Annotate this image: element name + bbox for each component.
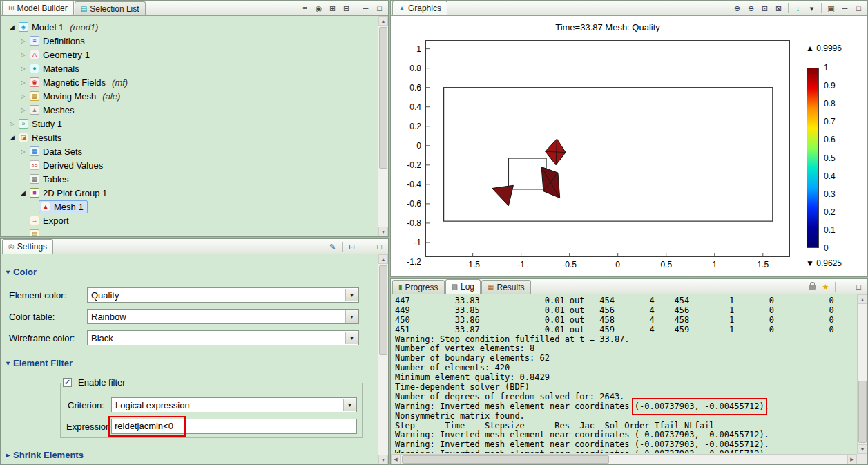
scroll-up-button[interactable]: ▲ (378, 254, 388, 264)
tree-item-moving-mesh[interactable]: ▷▦Moving Mesh(ale) (1, 89, 378, 103)
maximize-icon[interactable]: □ (374, 3, 385, 14)
scroll-left-button[interactable]: ◀ (391, 455, 401, 464)
plot-brush-icon[interactable]: ✎ (327, 241, 338, 252)
expand-all-icon[interactable]: ⊞ (327, 3, 338, 14)
tree-item-geometry-1[interactable]: ▷AGeometry 1 (1, 48, 378, 61)
selected-value: Rainbow (91, 312, 126, 322)
zoom-box-icon[interactable]: ⊡ (759, 3, 771, 14)
graphics-panel: ▲Graphics⊕⊖⊡⊠↓▾▣─□ Time=33.87 Mesh: Qual… (390, 0, 868, 277)
scroll-up-button[interactable]: ▲ (378, 16, 388, 26)
tab-label: Graphics (408, 3, 441, 13)
tab-model-builder[interactable]: ⊞Model Builder (2, 1, 74, 15)
expand-twisty-icon[interactable]: ▷ (19, 52, 28, 58)
scroll-right-button[interactable]: ▶ (847, 455, 857, 464)
wireframe-color-select[interactable]: Black ▼ (87, 330, 359, 345)
tree-item-2d-plot-group-1[interactable]: ◢■2D Plot Group 1 (1, 186, 378, 200)
tab-selection-list[interactable]: ▤Selection List (75, 1, 146, 15)
scroll-down-button[interactable]: ▼ (378, 455, 388, 464)
scroll-down-button[interactable]: ▼ (858, 444, 867, 454)
maximize-icon[interactable]: □ (374, 241, 385, 252)
study-icon: » (19, 119, 28, 129)
tab-settings[interactable]: ◎Settings (2, 239, 53, 254)
tree-item-label: Derived Values (43, 160, 103, 171)
model-tree-scrollbar[interactable]: ▲ ▼ (378, 16, 388, 236)
tree-item-results[interactable]: ◢◪Results (1, 131, 378, 144)
chevron-down-icon[interactable]: ▼ (343, 399, 356, 411)
log-vertical-scrollbar[interactable]: ▲ ▼ (857, 294, 867, 454)
colorbar-tick-label: 0.1 (824, 225, 836, 235)
x-axis-tick-label: -1.5 (459, 260, 487, 269)
minimize-icon[interactable]: ─ (360, 241, 372, 252)
section-header-shrink-elements[interactable]: ▸ Shrink Elements (6, 450, 84, 460)
tree-item-mesh-1[interactable]: ▲Mesh 1 (1, 200, 378, 213)
zoom-out-icon[interactable]: ⊖ (745, 3, 757, 14)
preview-icon[interactable]: ⊡ (346, 241, 358, 252)
plot-svg[interactable] (425, 40, 790, 257)
tree-item-export[interactable]: →Export (1, 213, 378, 227)
go-to-default-view-icon[interactable]: ↓ (792, 3, 804, 14)
tree-item-derived-values[interactable]: 8.5Derived Values (1, 158, 378, 172)
scroll-thumb[interactable] (858, 381, 867, 443)
expand-twisty-icon[interactable]: ▷ (19, 79, 28, 86)
tree-item-materials[interactable]: ▷●Materials (1, 61, 378, 75)
scroll-down-button[interactable]: ▼ (378, 227, 388, 236)
dropdown-arrow-icon[interactable]: ▾ (806, 3, 818, 14)
log-line: 450 33.86 0.01 out 458 4 458 1 0 0 (395, 316, 855, 325)
log-horizontal-scrollbar[interactable]: ◀ ▶ (391, 454, 857, 464)
enable-filter-checkbox[interactable]: ✓ (63, 378, 72, 387)
tree-item-box: AGeometry 1 (28, 48, 94, 61)
zoom-in-icon[interactable]: ⊕ (731, 3, 743, 14)
section-header-element-filter[interactable]: ▾ Element Filter (6, 358, 73, 368)
collapse-twisty-icon[interactable]: ◢ (8, 23, 17, 30)
tree-item-item[interactable]: ▤ (1, 227, 378, 236)
lock-icon[interactable] (806, 281, 818, 292)
log-line: Warning: Stop condition fulfilled at t =… (395, 335, 855, 345)
chevron-down-icon[interactable]: ▼ (345, 332, 358, 344)
expand-twisty-icon[interactable]: ▷ (8, 121, 17, 127)
lamp-icon[interactable]: ★ (820, 281, 831, 292)
expand-twisty-icon[interactable]: ▷ (19, 66, 28, 72)
snapshot-icon[interactable]: ▣ (825, 3, 837, 14)
settings-scrollbar[interactable]: ▲ ▼ (378, 254, 388, 464)
tab-graphics[interactable]: ▲Graphics (392, 1, 447, 15)
expand-twisty-icon[interactable]: ▷ (19, 107, 28, 113)
filter-view-icon[interactable]: ≡ (299, 3, 311, 14)
scroll-thumb[interactable] (379, 265, 387, 355)
tree-item-magnetic-fields[interactable]: ▷◉Magnetic Fields(mf) (1, 75, 378, 89)
tree-item-model-1[interactable]: ◢◈Model 1(mod1) (1, 20, 378, 34)
tree-item-tables[interactable]: ▦Tables (1, 172, 378, 186)
criterion-select[interactable]: Logical expression ▼ (111, 397, 357, 412)
collapse-twisty-icon[interactable]: ◢ (19, 189, 28, 196)
scroll-thumb[interactable] (402, 455, 609, 464)
element-color-select[interactable]: Quality ▼ (87, 287, 359, 303)
chevron-down-icon[interactable]: ▼ (345, 289, 358, 301)
section-header-color[interactable]: ▾ Color (6, 267, 37, 277)
materials-icon: ● (30, 64, 39, 73)
scroll-up-button[interactable]: ▲ (858, 294, 867, 304)
tree-item-definitions[interactable]: ▷≡Definitions (1, 34, 378, 48)
tree-item-meshes[interactable]: ▷▲Meshes (1, 103, 378, 117)
tab-log[interactable]: ▤Log (445, 279, 481, 294)
show-icon[interactable]: ◉ (313, 3, 325, 14)
scroll-thumb[interactable] (379, 27, 387, 169)
maximize-icon[interactable]: □ (853, 281, 865, 292)
maximize-icon[interactable]: □ (853, 3, 865, 14)
expand-twisty-icon[interactable]: ▷ (19, 38, 28, 44)
minimize-icon[interactable]: ─ (360, 3, 372, 14)
expand-twisty-icon[interactable]: ▷ (19, 93, 28, 99)
zoom-extents-icon[interactable]: ⊠ (773, 3, 784, 14)
expression-highlight-box (108, 416, 186, 437)
tree-item-data-sets[interactable]: ▷▦Data Sets (1, 144, 378, 158)
collapse-all-icon[interactable]: ⊟ (340, 3, 352, 14)
tab-progress[interactable]: ▮Progress (392, 280, 445, 294)
tab-results[interactable]: ▦Results (481, 280, 530, 294)
expand-twisty-icon[interactable]: ▷ (19, 149, 28, 155)
color-table-select[interactable]: Rainbow ▼ (87, 309, 359, 324)
model-builder-content: ◢◈Model 1(mod1)▷≡Definitions▷AGeometry 1… (1, 16, 378, 236)
chevron-down-icon[interactable]: ▼ (345, 310, 358, 323)
minimize-icon[interactable]: ─ (839, 3, 851, 14)
tree-item-study-1[interactable]: ▷»Study 1 (1, 117, 378, 131)
panel-toolbar: ≡◉⊞⊟─□ (299, 3, 388, 15)
minimize-icon[interactable]: ─ (839, 281, 851, 292)
collapse-twisty-icon[interactable]: ◢ (8, 134, 17, 141)
